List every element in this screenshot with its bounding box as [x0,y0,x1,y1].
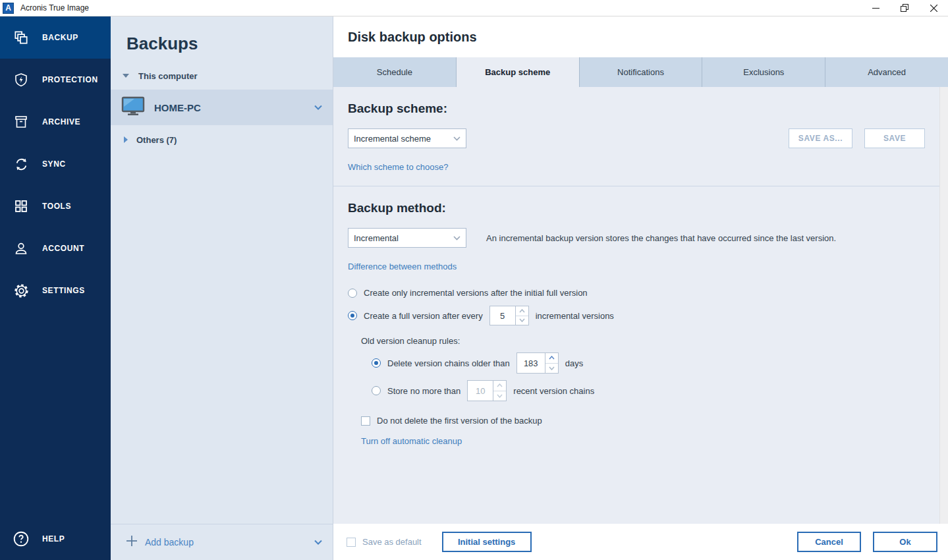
acronis-logo-icon: A [3,3,14,14]
chevron-down-icon [453,236,460,240]
sidebar-item-archive[interactable]: ARCHIVE [0,101,111,143]
sidebar: BACKUP PROTECTION ARCHIVE [0,16,111,560]
plus-icon [126,536,137,549]
sidebar-item-settings[interactable]: SETTINGS [0,269,111,312]
group-others[interactable]: Others (7) [121,125,333,154]
archive-box-icon [0,114,42,130]
sidebar-item-label: PROTECTION [42,75,98,84]
add-backup-button[interactable]: Add backup [111,524,333,560]
backup-method-section: Backup method: Incremental An incrementa… [333,186,948,447]
tab-exclusions[interactable]: Exclusions [702,57,825,87]
chevron-down-icon[interactable] [314,540,322,545]
group-this-computer[interactable]: This computer [121,67,333,84]
expand-triangle-icon [124,136,128,143]
minimize-icon[interactable] [861,0,890,16]
sidebar-item-label: SYNC [42,159,66,169]
close-icon[interactable] [919,0,948,16]
backup-scheme-heading: Backup scheme: [348,101,948,116]
main-header: Disk backup options [333,16,948,57]
tools-grid-icon [0,198,42,214]
stepper-down-icon[interactable] [545,364,558,374]
shield-bolt-icon [0,72,42,88]
computer-name: HOME-PC [154,102,201,113]
titlebar: A Acronis True Image [0,0,948,16]
full-every-value[interactable]: 5 [489,306,516,325]
radio-icon[interactable] [348,289,357,298]
which-scheme-link[interactable]: Which scheme to choose? [348,162,448,172]
radio-incremental-only[interactable]: Create only incremental versions after t… [348,288,948,298]
panel-spacer [111,154,333,524]
tab-schedule[interactable]: Schedule [333,57,457,87]
delete-days-stepper: 183 [516,352,559,374]
group-label: This computer [138,71,198,81]
computer-monitor-icon [121,96,145,119]
tab-notifications[interactable]: Notifications [580,57,703,87]
restore-icon[interactable] [890,0,919,16]
delete-days-value[interactable]: 183 [516,352,545,374]
window-controls [861,0,948,16]
tab-bar: Schedule Backup scheme Notifications Exc… [333,57,948,87]
keep-first-version-row[interactable]: Do not delete the first version of the b… [361,416,948,426]
sidebar-item-label: ARCHIVE [42,117,80,126]
radio-label: Create only incremental versions after t… [364,288,588,298]
sidebar-item-help[interactable]: HELP [0,518,111,560]
scrollbar-track[interactable] [939,87,948,524]
store-chains-value[interactable]: 10 [467,380,493,401]
sidebar-item-protection[interactable]: PROTECTION [0,59,111,101]
tab-backup-scheme[interactable]: Backup scheme [457,57,580,87]
stepper-up-icon[interactable] [545,353,558,364]
full-every-stepper: 5 [489,306,529,325]
sidebar-spacer [0,312,111,518]
backup-scheme-section: Backup scheme: Incremental scheme SAVE A… [333,87,948,186]
radio-icon-checked[interactable] [348,311,357,320]
stepper-up-icon[interactable] [516,306,528,316]
cleanup-rules-heading: Old version cleanup rules: [361,336,948,346]
person-icon [0,240,42,256]
sidebar-item-sync[interactable]: SYNC [0,143,111,185]
sidebar-item-label: ACCOUNT [42,244,84,253]
ok-button[interactable]: Ok [873,532,937,552]
others-label: Others (7) [136,135,177,145]
backup-method-heading: Backup method: [348,201,948,215]
sidebar-item-backup[interactable]: BACKUP [0,16,111,59]
save-as-button[interactable]: SAVE AS... [789,128,852,148]
cancel-button[interactable]: Cancel [797,532,861,552]
backups-panel-title: Backups [126,34,333,54]
radio-label: Delete version chains older than [387,358,510,368]
backups-panel: Backups This computer HOME-PC Others (7) [111,16,333,560]
radio-icon-checked[interactable] [372,358,381,368]
sidebar-item-tools[interactable]: TOOLS [0,185,111,227]
turn-off-cleanup-link[interactable]: Turn off automatic cleanup [361,436,462,446]
method-select[interactable]: Incremental [348,228,466,248]
sync-arrows-icon [0,156,42,173]
add-backup-label: Add backup [145,537,194,547]
dialog-footer: Save as default Initial settings Cancel … [333,524,948,560]
radio-full-after-every[interactable]: Create a full version after every 5 [348,306,948,325]
stepper-down-icon[interactable] [493,391,506,401]
save-button[interactable]: SAVE [864,128,925,148]
save-default-label: Save as default [362,537,422,547]
radio-icon[interactable] [372,386,381,395]
gear-icon [0,283,42,299]
chevron-down-icon[interactable] [314,105,322,110]
sidebar-item-label: SETTINGS [42,286,85,295]
stepper-down-icon[interactable] [516,316,528,325]
tab-advanced[interactable]: Advanced [825,57,948,87]
radio-label-suffix: recent version chains [513,386,594,396]
scheme-select[interactable]: Incremental scheme [348,128,466,148]
radio-delete-older[interactable]: Delete version chains older than 183 [372,352,948,374]
save-default-checkbox[interactable] [347,538,356,547]
tab-content: Backup scheme: Incremental scheme SAVE A… [333,87,948,524]
sidebar-item-label: TOOLS [42,202,71,211]
difference-methods-link[interactable]: Difference between methods [348,262,457,271]
stepper-up-icon[interactable] [493,381,506,391]
sidebar-item-account[interactable]: ACCOUNT [0,227,111,269]
page-title: Disk backup options [348,30,477,45]
checkbox-icon[interactable] [361,416,370,426]
sidebar-item-label: HELP [42,534,65,544]
radio-store-no-more[interactable]: Store no more than 10 recent version [372,380,948,401]
method-description: An incremental backup version stores the… [486,233,836,243]
backup-item-home-pc[interactable]: HOME-PC [111,90,333,125]
initial-settings-button[interactable]: Initial settings [442,532,532,552]
radio-label: Create a full version after every [364,311,483,321]
